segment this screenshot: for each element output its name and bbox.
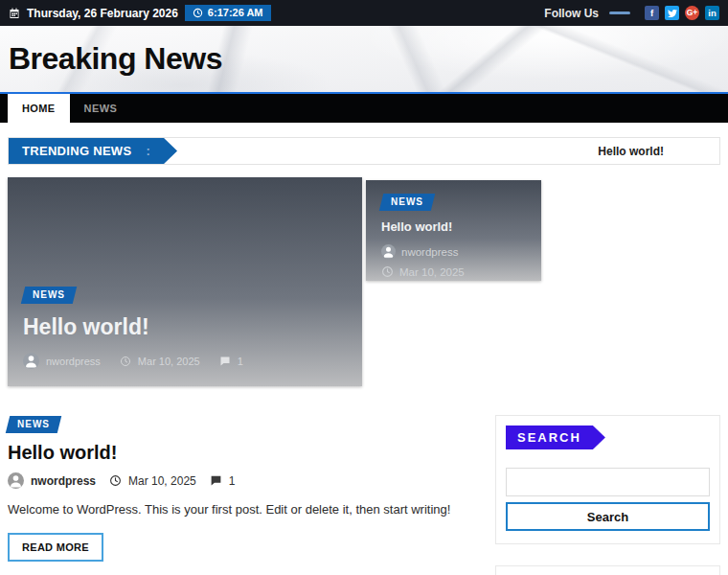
post-date: Mar 10, 2025 xyxy=(138,356,200,367)
category-badge-text: NEWS xyxy=(17,419,50,430)
main-row: NEWS Hello world! nwordpress Mar 10, 202… xyxy=(8,415,720,575)
trending-ticker-item[interactable]: Hello world! xyxy=(598,138,664,164)
article-card: NEWS Hello world! nwordpress Mar 10, 202… xyxy=(8,415,488,562)
search-widget-heading: SEARCH xyxy=(506,426,605,449)
content-wrap: TRENDING NEWS : Hello world! NEWS Hello … xyxy=(0,137,728,575)
date-time-group: Thursday, 26 February 2026 6:17:26 AM xyxy=(9,5,271,21)
date-row: Mar 10, 2025 xyxy=(381,265,526,278)
current-date: Thursday, 26 February 2026 xyxy=(27,7,178,20)
article-title[interactable]: Hello world! xyxy=(8,442,488,464)
comments-icon xyxy=(219,356,231,367)
featured-post-secondary[interactable]: NEWS Hello world! nwordpress Mar 10, 202… xyxy=(366,180,541,281)
featured-post-main[interactable]: NEWS Hello world! nwordpress Mar 10, 202… xyxy=(8,177,362,386)
nav-item-news[interactable]: NEWS xyxy=(70,94,132,123)
trending-separator: : xyxy=(146,144,150,158)
clock-icon xyxy=(109,474,122,487)
follow-us-label: Follow Us xyxy=(544,7,599,20)
read-more-button[interactable]: READ MORE xyxy=(8,533,103,562)
featured-posts: NEWS Hello world! nwordpress Mar 10, 202… xyxy=(8,177,720,388)
site-title[interactable]: Breaking News xyxy=(9,41,222,77)
sidebar: SEARCH Search xyxy=(495,415,720,575)
trending-news-label: TRENDING NEWS : xyxy=(9,138,177,164)
author-row: nwordpress xyxy=(381,244,526,259)
category-badge-text: NEWS xyxy=(33,289,65,301)
twitter-icon[interactable] xyxy=(665,6,679,20)
current-time: 6:17:26 AM xyxy=(208,8,263,18)
author-avatar xyxy=(8,472,24,489)
category-badge[interactable]: NEWS xyxy=(6,416,61,433)
google-plus-icon[interactable]: G+ xyxy=(685,6,699,20)
post-date: Mar 10, 2025 xyxy=(399,266,465,278)
nav-item-home[interactable]: HOME xyxy=(8,94,70,123)
category-badge-text: NEWS xyxy=(391,196,423,208)
trending-news-bar: TRENDING NEWS : Hello world! xyxy=(8,137,720,165)
search-input[interactable] xyxy=(506,468,710,496)
clock-icon xyxy=(193,8,203,18)
clock-icon xyxy=(381,265,394,278)
author-avatar xyxy=(23,353,39,369)
article-excerpt: Welcome to WordPress. This is your first… xyxy=(8,501,488,518)
main-navigation: HOME NEWS xyxy=(0,92,728,123)
article-list: NEWS Hello world! nwordpress Mar 10, 202… xyxy=(8,415,488,562)
author-name[interactable]: nwordpress xyxy=(31,474,96,488)
category-badge[interactable]: NEWS xyxy=(379,194,435,211)
clock-icon xyxy=(120,356,131,367)
article-date: Mar 10, 2025 xyxy=(128,474,196,488)
comments-count[interactable]: 1 xyxy=(238,356,243,367)
facebook-icon[interactable]: f xyxy=(645,6,659,20)
time-badge: 6:17:26 AM xyxy=(185,5,271,21)
post-title[interactable]: Hello world! xyxy=(23,314,347,340)
article-meta: nwordpress Mar 10, 2025 1 xyxy=(8,472,488,489)
divider-dash xyxy=(609,12,630,14)
follow-us-group: Follow Us f G+ in xyxy=(544,6,719,20)
linkedin-icon[interactable]: in xyxy=(705,6,719,20)
calendar-icon xyxy=(9,8,20,19)
comments-icon xyxy=(210,474,222,487)
category-badge[interactable]: NEWS xyxy=(21,287,77,304)
facebook-glyph: f xyxy=(650,9,653,18)
google-plus-glyph: G+ xyxy=(687,9,698,17)
author-name[interactable]: nwordpress xyxy=(401,246,458,258)
search-button[interactable]: Search xyxy=(506,502,710,531)
post-title[interactable]: Hello world! xyxy=(381,219,526,234)
author-avatar xyxy=(381,244,396,259)
author-name[interactable]: nwordpress xyxy=(46,356,101,367)
comments-count[interactable]: 1 xyxy=(229,474,236,488)
linkedin-glyph: in xyxy=(708,9,716,18)
next-widget-partial xyxy=(495,565,720,575)
search-widget: SEARCH Search xyxy=(495,415,720,544)
post-meta: nwordpress Mar 10, 2025 xyxy=(381,244,526,278)
site-header: Breaking News xyxy=(0,26,728,92)
trending-label-text: TRENDING NEWS xyxy=(22,144,131,158)
topbar: Thursday, 26 February 2026 6:17:26 AM Fo… xyxy=(0,0,728,26)
post-meta: nwordpress Mar 10, 2025 1 xyxy=(23,353,347,369)
